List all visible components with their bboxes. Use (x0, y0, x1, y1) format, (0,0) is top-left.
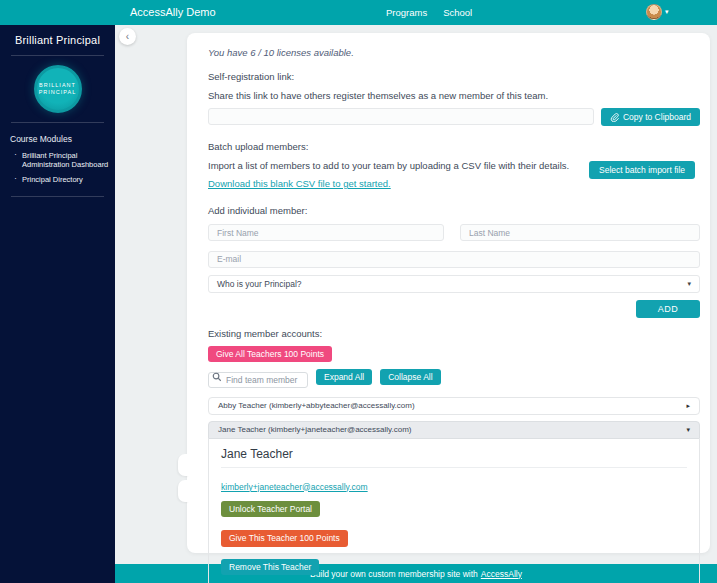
top-navbar: AccessAlly Demo Programs School ▾ (0, 0, 717, 25)
chevron-down-icon: ▾ (687, 280, 691, 288)
existing-members-label: Existing member accounts: (208, 328, 700, 339)
course-modules-heading: Course Modules (0, 132, 115, 148)
chevron-right-icon: ▸ (686, 402, 690, 410)
last-name-input[interactable] (460, 224, 700, 241)
email-input[interactable] (208, 251, 700, 268)
principal-select[interactable]: Who is your Principal? ▾ (208, 275, 700, 293)
team-management-card: You have 6 / 10 licenses available. Self… (187, 33, 710, 553)
course-sidebar: Brilliant Principal BRILLIANT PRINCIPAL … (0, 25, 115, 583)
licenses-note: You have 6 / 10 licenses available. (208, 47, 700, 58)
nav-programs[interactable]: Programs (386, 7, 427, 18)
self-registration-description: Share this link to have others register … (208, 90, 700, 101)
header-nav: Programs School (386, 0, 472, 25)
remove-teacher-button[interactable]: Remove This Teacher (221, 559, 319, 575)
chevron-left-icon: ‹ (126, 31, 129, 42)
search-icon (212, 372, 222, 382)
member-accordion-abby-teacher[interactable]: Abby Teacher (kimberly+abbyteacher@acces… (208, 397, 700, 415)
collapse-sidebar-button[interactable]: ‹ (119, 28, 136, 45)
brilliant-principal-logo: BRILLIANT PRINCIPAL (34, 65, 82, 113)
batch-upload-label: Batch upload members: (208, 141, 700, 152)
member-name: Jane Teacher (221, 447, 687, 461)
account-menu[interactable]: ▾ (646, 4, 669, 20)
divider (11, 55, 104, 56)
add-member-button[interactable]: ADD (636, 300, 700, 318)
registration-link-input[interactable] (208, 108, 594, 125)
member-accordion-jane-teacher[interactable]: Jane Teacher (kimberly+janeteacher@acces… (208, 421, 700, 439)
member-detail-panel: Jane Teacher kimberly+janeteacher@access… (208, 439, 700, 583)
add-individual-member-label: Add individual member: (208, 205, 700, 216)
avatar[interactable] (646, 4, 662, 20)
nav-school[interactable]: School (443, 7, 472, 18)
divider (221, 467, 687, 468)
find-team-member-input[interactable] (208, 372, 308, 388)
member-email-link[interactable]: kimberly+janeteacher@accessally.com (221, 482, 368, 492)
divider (11, 122, 104, 123)
chevron-down-icon: ▾ (665, 8, 669, 16)
give-teacher-points-button[interactable]: Give This Teacher 100 Points (221, 530, 348, 547)
sidebar-title: Brilliant Principal (0, 25, 115, 46)
give-all-teachers-points-button[interactable]: Give All Teachers 100 Points (208, 346, 332, 362)
collapse-all-button[interactable]: Collapse All (380, 369, 440, 385)
first-name-input[interactable] (208, 224, 444, 241)
copy-to-clipboard-button[interactable]: Copy to Clipboard (601, 108, 700, 126)
paperclip-icon (610, 113, 619, 122)
self-registration-label: Self-registration link: (208, 71, 700, 82)
app-title: AccessAlly Demo (130, 0, 216, 25)
sidebar-item-principal-directory[interactable]: Principal Directory (0, 172, 115, 187)
floating-tab[interactable] (178, 454, 189, 476)
divider (11, 196, 104, 197)
select-batch-import-button[interactable]: Select batch import file (589, 161, 695, 179)
expand-all-button[interactable]: Expand All (316, 369, 372, 385)
download-csv-link[interactable]: Download this blank CSV file to get star… (208, 178, 391, 189)
chevron-down-icon: ▾ (686, 426, 690, 434)
sidebar-item-administration-dashboard[interactable]: Brilliant Principal Administration Dashb… (0, 148, 115, 172)
unlock-teacher-portal-button[interactable]: Unlock Teacher Portal (221, 501, 320, 517)
floating-tab[interactable] (178, 480, 189, 502)
